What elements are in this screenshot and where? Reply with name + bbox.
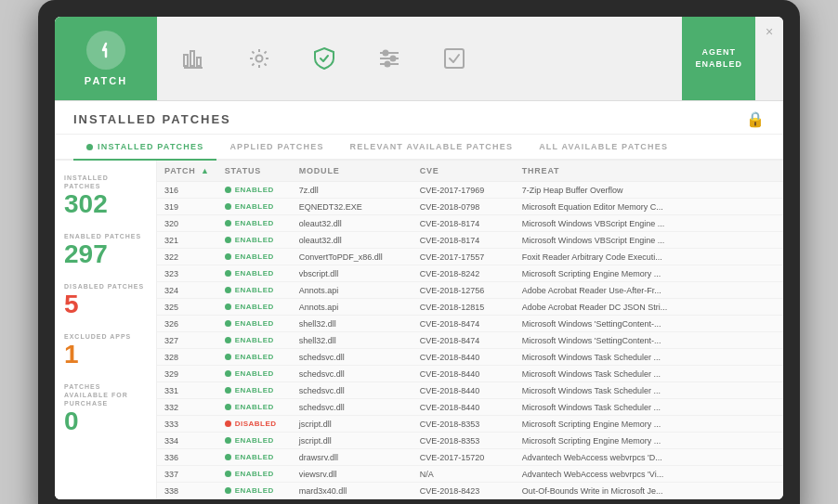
cell-module: schedsvc.dll (292, 349, 412, 366)
header: PATCH (55, 17, 783, 101)
shield-icon[interactable] (306, 40, 343, 77)
table-row[interactable]: 319 ENABLED EQNEDT32.EXE CVE-2018-0798 M… (157, 199, 783, 215)
cell-module: shell32.dll (292, 332, 412, 349)
svg-point-4 (256, 56, 263, 62)
cell-threat: Microsoft Scripting Engine Memory ... (515, 265, 783, 282)
table-row[interactable]: 321 ENABLED oleaut32.dll CVE-2018-8174 M… (157, 232, 783, 249)
cell-patch: 331 (157, 382, 217, 399)
close-button[interactable]: × (755, 17, 783, 100)
table-row[interactable]: 327 ENABLED shell32.dll CVE-2018-8474 Mi… (157, 332, 783, 349)
cell-module: 7z.dll (292, 182, 412, 199)
cell-patch: 321 (157, 232, 217, 249)
col-header-threat[interactable]: THREAT (515, 161, 783, 182)
cell-status: ENABLED (217, 366, 292, 382)
status-dot (225, 487, 231, 494)
table-row[interactable]: 334 ENABLED jscript.dll CVE-2018-8353 Mi… (157, 433, 783, 449)
cell-cve: CVE-2018-12756 (412, 282, 515, 299)
cell-module: jscript.dll (292, 416, 412, 433)
table-row[interactable]: 337 ENABLED viewsrv.dll N/A Advantech We… (157, 466, 783, 483)
cell-patch: 333 (157, 416, 217, 433)
cell-threat: Foxit Reader Arbitrary Code Executi... (515, 249, 783, 265)
cell-cve: CVE-2017-15720 (412, 449, 515, 466)
cell-patch: 329 (157, 366, 217, 382)
cell-cve: N/A (412, 466, 515, 483)
cell-threat: Microsoft Equation Editor Memory C... (515, 199, 783, 215)
table-row[interactable]: 328 ENABLED schedsvc.dll CVE-2018-8440 M… (157, 349, 783, 366)
stat-installed-label: INSTALLED PATCHES (64, 174, 147, 190)
svg-point-9 (391, 57, 396, 61)
stat-excluded-apps: EXCLUDED APPS 1 (64, 332, 147, 369)
status-label: ENABLED (235, 236, 274, 244)
table-row[interactable]: 325 ENABLED Annots.api CVE-2018-12815 Ad… (157, 299, 783, 316)
cell-status: DISABLED (217, 416, 292, 433)
tab-applied-patches[interactable]: APPLIED PATCHES (216, 135, 336, 161)
patches-table: PATCH ▲ STATUS MODULE CVE THREAT 316 ENA… (157, 161, 783, 499)
svg-point-8 (384, 51, 388, 56)
table-row[interactable]: 329 ENABLED schedsvc.dll CVE-2018-8440 M… (157, 366, 783, 382)
status-dot (225, 471, 231, 477)
cell-threat: Microsoft Windows 'SettingContent-... (515, 316, 783, 332)
stat-disabled-patches: DISABLED PATCHES 5 (64, 282, 147, 319)
cell-status: ENABLED (217, 215, 292, 232)
table-row[interactable]: 336 ENABLED drawsrv.dll CVE-2017-15720 A… (157, 449, 783, 466)
cell-cve: CVE-2018-0798 (412, 199, 515, 215)
cell-status: ENABLED (217, 433, 292, 449)
status-label: ENABLED (235, 219, 274, 227)
status-label: ENABLED (235, 353, 274, 361)
col-header-module[interactable]: MODULE (292, 161, 412, 182)
col-header-patch[interactable]: PATCH ▲ (157, 161, 217, 182)
status-label: ENABLED (235, 470, 274, 478)
col-header-cve[interactable]: CVE (412, 161, 515, 182)
table-row[interactable]: 333 DISABLED jscript.dll CVE-2018-8353 M… (157, 416, 783, 433)
status-label: ENABLED (235, 186, 274, 194)
chart-icon[interactable] (176, 40, 213, 77)
cell-threat: Microsoft Scripting Engine Memory ... (515, 416, 783, 433)
cell-patch: 338 (157, 483, 217, 499)
cell-threat: Adobe Acrobat Reader DC JSON Stri... (515, 299, 783, 316)
cell-threat: Microsoft Windows Task Scheduler ... (515, 382, 783, 399)
tabs-bar: INSTALLED PATCHES APPLIED PATCHES RELEVA… (55, 135, 783, 161)
table-row[interactable]: 324 ENABLED Annots.api CVE-2018-12756 Ad… (157, 282, 783, 299)
table-row[interactable]: 322 ENABLED ConvertToPDF_x86.dll CVE-201… (157, 249, 783, 265)
cell-module: schedsvc.dll (292, 366, 412, 382)
tab-all-available[interactable]: ALL AVAILABLE PATCHES (526, 135, 681, 161)
cell-patch: 327 (157, 332, 217, 349)
cell-status: ENABLED (217, 332, 292, 349)
status-dot (225, 237, 231, 243)
cell-threat: Microsoft Windows Task Scheduler ... (515, 366, 783, 382)
status-label: ENABLED (235, 453, 274, 461)
status-label: DISABLED (235, 420, 277, 428)
table-row[interactable]: 331 ENABLED schedsvc.dll CVE-2018-8440 M… (157, 382, 783, 399)
status-dot (225, 337, 231, 343)
status-label: ENABLED (235, 286, 274, 294)
status-label: ENABLED (235, 369, 274, 378)
stats-sidebar: INSTALLED PATCHES 302 ENABLED PATCHES 29… (55, 161, 157, 499)
tab-installed-patches[interactable]: INSTALLED PATCHES (73, 135, 216, 161)
agent-enabled-badge: AGENT ENABLED (682, 17, 755, 100)
status-dot (225, 404, 231, 410)
table-row[interactable]: 332 ENABLED schedsvc.dll CVE-2018-8440 M… (157, 399, 783, 416)
table-row[interactable]: 338 ENABLED mard3x40.dll CVE-2018-8423 O… (157, 483, 783, 499)
cell-threat: Microsoft Windows VBScript Engine ... (515, 232, 783, 249)
table-row[interactable]: 320 ENABLED oleaut32.dll CVE-2018-8174 M… (157, 215, 783, 232)
table-row[interactable]: 326 ENABLED shell32.dll CVE-2018-8474 Mi… (157, 316, 783, 332)
svg-rect-11 (445, 49, 464, 68)
cell-cve: CVE-2017-17557 (412, 249, 515, 265)
tab-relevant-available[interactable]: RELEVANT AVAILABLE PATCHES (337, 135, 527, 161)
status-dot (225, 220, 231, 226)
svg-rect-2 (197, 58, 201, 66)
settings-icon[interactable] (241, 40, 278, 77)
edit-icon[interactable] (436, 40, 473, 77)
cell-status: ENABLED (217, 199, 292, 215)
cell-cve: CVE-2018-8353 (412, 433, 515, 449)
cell-status: ENABLED (217, 249, 292, 265)
table-row[interactable]: 323 ENABLED vbscript.dll CVE-2018-8242 M… (157, 265, 783, 282)
status-label: ENABLED (235, 436, 274, 445)
table-row[interactable]: 316 ENABLED 7z.dll CVE-2017-17969 7-Zip … (157, 182, 783, 199)
patches-table-area: PATCH ▲ STATUS MODULE CVE THREAT 316 ENA… (157, 161, 783, 499)
cell-status: ENABLED (217, 316, 292, 332)
col-header-status[interactable]: STATUS (217, 161, 292, 182)
cell-patch: 334 (157, 433, 217, 449)
cell-patch: 324 (157, 282, 217, 299)
sliders-icon[interactable] (371, 40, 408, 77)
